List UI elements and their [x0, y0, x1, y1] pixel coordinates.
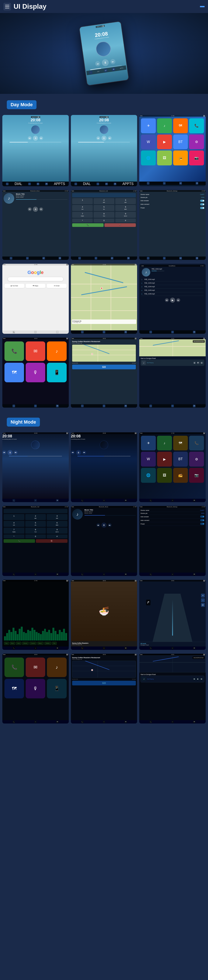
- nd-0[interactable]: 0: [25, 535, 46, 538]
- m-navi[interactable]: 🗺: [124, 331, 127, 333]
- cp-messages[interactable]: ✉: [26, 341, 45, 361]
- navi-1[interactable]: BT: [37, 183, 39, 185]
- dial-8[interactable]: 8TUV: [94, 212, 114, 218]
- dial-hash[interactable]: #: [115, 219, 136, 223]
- app-icon-waze[interactable]: W: [141, 135, 156, 150]
- np-next[interactable]: ⏭: [200, 361, 203, 364]
- ns-dial[interactable]: 📞: [150, 573, 152, 576]
- ncp-dial[interactable]: 📞: [13, 721, 15, 723]
- cp-appstore[interactable]: 📱: [47, 363, 66, 382]
- bt-next[interactable]: ⏭: [39, 207, 43, 211]
- ncp-phone[interactable]: 📞: [5, 657, 24, 677]
- play-pause-button[interactable]: ⏸: [101, 59, 109, 67]
- track-item-2[interactable]: 2 华语_0193.mp3: [141, 282, 203, 285]
- next-btn-2[interactable]: ⏭: [108, 136, 112, 140]
- night-end-call-btn[interactable]: 📵: [36, 539, 67, 543]
- prev-btn-1[interactable]: ⏮: [28, 136, 32, 140]
- night-auto-ans-toggle[interactable]: [200, 515, 204, 518]
- sn-dial[interactable]: 📞: [81, 405, 84, 407]
- night-app-radio[interactable]: 📻: [173, 468, 188, 483]
- nnp-play[interactable]: ▶: [197, 678, 200, 681]
- dial-5[interactable]: 5JKL: [94, 205, 114, 211]
- nsn-bt[interactable]: ≈: [103, 721, 105, 723]
- f-dial[interactable]: 📞: [81, 647, 84, 649]
- night-app-browser[interactable]: 🌐: [141, 468, 156, 483]
- nwv-navi[interactable]: 🗺: [56, 647, 58, 649]
- next-button[interactable]: ⏭: [110, 59, 116, 65]
- nsn-navi[interactable]: 🗺: [124, 721, 127, 723]
- nsn-dial[interactable]: 📞: [81, 721, 84, 723]
- nnp-dial[interactable]: 📞: [150, 721, 152, 723]
- nd-3[interactable]: 3DEF: [47, 514, 68, 520]
- n1-navi[interactable]: 🗺: [56, 499, 58, 502]
- nnp-bt[interactable]: ≈: [171, 721, 174, 723]
- app-icon-gallery[interactable]: 🖼: [157, 151, 172, 165]
- btm-dial[interactable]: 📞: [10, 257, 12, 259]
- nbt-next[interactable]: ⏭: [108, 523, 112, 527]
- ncp-maps[interactable]: 🗺: [5, 679, 24, 698]
- bt-play[interactable]: ⏸: [33, 207, 38, 212]
- bts-map[interactable]: 🗺: [196, 257, 198, 259]
- nw-btn-3[interactable]: Jazz: [16, 642, 21, 645]
- nm-bt[interactable]: ≈: [103, 573, 105, 576]
- nd-star[interactable]: *: [4, 535, 24, 538]
- auto-connect-toggle[interactable]: [200, 203, 204, 205]
- night-play-2[interactable]: ⏸: [76, 450, 81, 455]
- nw-btn-4[interactable]: Classic: [22, 642, 28, 645]
- next-btn-1[interactable]: ⏭: [39, 136, 43, 140]
- nr-dial[interactable]: 📞: [150, 647, 152, 649]
- ncp-navi[interactable]: 🗺: [56, 721, 58, 723]
- app-icon-settings[interactable]: ⚙: [189, 135, 204, 150]
- dial-1[interactable]: 📞: [6, 183, 8, 185]
- ncp-messages[interactable]: ✉: [26, 657, 45, 677]
- btc-bt[interactable]: ≈: [95, 257, 97, 259]
- bts-navi[interactable]: BT: [180, 257, 182, 259]
- map-2[interactable]: 🗺: [114, 183, 116, 185]
- n1-dial[interactable]: 📞: [13, 499, 15, 502]
- prev-button[interactable]: ⏮: [95, 61, 101, 67]
- nd-hash[interactable]: #: [47, 535, 68, 538]
- nbt-play[interactable]: ⏸: [101, 523, 107, 528]
- sn-bt[interactable]: ≈: [103, 405, 105, 407]
- menu-icon[interactable]: [3, 3, 11, 10]
- btm-bt[interactable]: ≈: [26, 257, 28, 259]
- nwv-dial[interactable]: 📞: [13, 647, 15, 649]
- ns-navi[interactable]: 🗺: [193, 573, 195, 576]
- bt-prev[interactable]: ⏮: [28, 207, 32, 211]
- nr-bt[interactable]: ≈: [171, 647, 174, 649]
- nd-9[interactable]: 9WXYZ: [47, 528, 68, 534]
- app-icon-music[interactable]: ♪: [157, 118, 172, 133]
- app-icon-maps[interactable]: 🗺: [173, 118, 188, 133]
- track-item-3[interactable]: 3 华语_0194.mp3: [141, 285, 203, 289]
- nm-navi[interactable]: 🗺: [124, 573, 127, 576]
- bt-2[interactable]: ≈: [96, 183, 99, 185]
- nnp-next[interactable]: ⏭: [200, 678, 203, 681]
- g-bt[interactable]: ≈: [34, 331, 37, 333]
- night-auto-conn-toggle[interactable]: [200, 519, 204, 521]
- track-item-4[interactable]: 4 华语_0195.mp3: [141, 289, 203, 292]
- np-dial[interactable]: 📞: [150, 405, 152, 407]
- prev-btn-2[interactable]: ⏮: [96, 136, 100, 140]
- f-navi[interactable]: 🗺: [124, 647, 127, 649]
- nd-5[interactable]: 5JKL: [25, 521, 46, 527]
- nw-btn-1[interactable]: Pop: [4, 642, 9, 645]
- nd-8[interactable]: 8TUV: [25, 528, 46, 534]
- night-go-button[interactable]: GO: [72, 681, 136, 686]
- night-app-music[interactable]: ♪: [157, 436, 172, 450]
- btm-map[interactable]: 🗺: [58, 257, 61, 259]
- dial-6[interactable]: 6MNO: [115, 205, 136, 211]
- night-app-gallery[interactable]: 🖼: [157, 468, 172, 483]
- n2-navi[interactable]: 🗺: [124, 499, 127, 502]
- ns-bt[interactable]: ≈: [171, 573, 174, 576]
- dial-2[interactable]: 2ABC: [94, 198, 114, 204]
- btc-map[interactable]: 🗺: [127, 257, 130, 259]
- g-navi[interactable]: 🗺: [56, 331, 58, 333]
- nw-btn-5[interactable]: Custom: [30, 642, 36, 645]
- nd-1[interactable]: 1: [4, 514, 24, 520]
- night-next-1[interactable]: ⏭: [14, 450, 17, 455]
- dial-star[interactable]: *: [72, 219, 93, 223]
- track-item-5[interactable]: 5 华语_0196.mp3: [141, 292, 203, 296]
- nc-navi[interactable]: 🗺: [56, 573, 58, 576]
- app-icon-phone[interactable]: 📞: [189, 118, 204, 133]
- nd-2[interactable]: 2ABC: [25, 514, 46, 520]
